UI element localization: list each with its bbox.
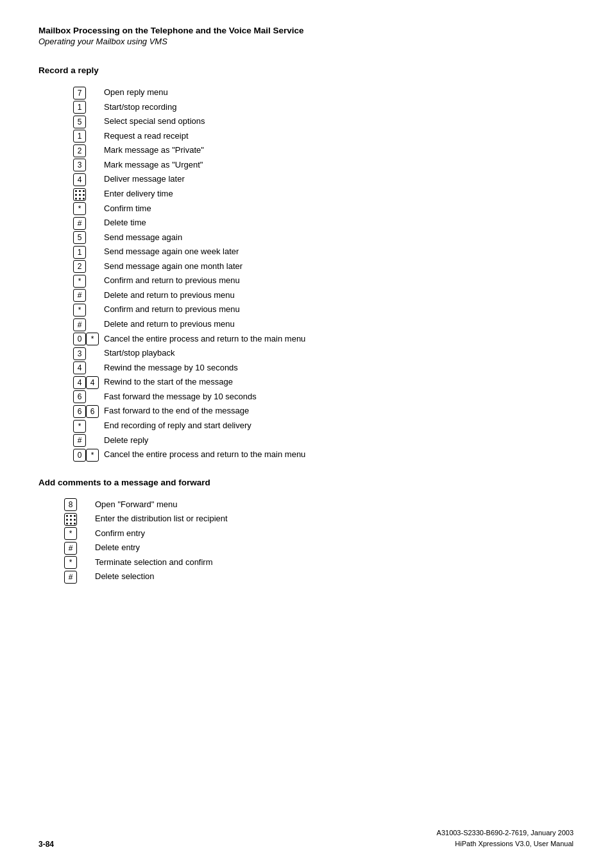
key2-cell [86, 288, 104, 303]
table-row: 8Open "Forward" menu [45, 498, 228, 512]
key-3: 3 [73, 347, 86, 360]
key-2: 2 [73, 144, 86, 157]
key2-cell [86, 302, 104, 317]
key1-cell: 6 [45, 390, 86, 404]
key1-cell: 0 [45, 332, 86, 347]
key-7: 7 [73, 87, 86, 100]
key-6: 6 [86, 405, 99, 418]
key-star: * [73, 304, 86, 317]
key2-cell: * [86, 332, 104, 347]
key-hash: # [73, 318, 86, 331]
key2-cell [86, 245, 104, 259]
desc-cell: Delete time [104, 216, 305, 230]
key1-cell: 5 [45, 230, 86, 245]
doc-ref: A31003-S2330-B690-2-7619, January 2003 [437, 828, 574, 838]
desc-cell: Open "Forward" menu [95, 498, 228, 512]
table-row: 2Send message again one month later [45, 259, 305, 274]
key1-cell: # [45, 216, 86, 230]
key-hash: # [64, 571, 77, 584]
doc-title: HiPath Xpressions V3.0, User Manual [437, 838, 574, 849]
desc-cell: Start/stop recording [104, 100, 305, 115]
key-5: 5 [73, 231, 86, 244]
desc-cell: Confirm time [104, 202, 305, 216]
desc-cell: End recording of reply and start deliver… [104, 419, 305, 433]
table-row: *Confirm and return to previous menu [45, 273, 305, 288]
key1-cell: * [45, 302, 86, 317]
page-number: 3-84 [38, 840, 54, 849]
desc-cell: Deliver message later [104, 172, 305, 187]
desc-cell: Send message again one week later [104, 245, 305, 259]
key1-cell: 6 [45, 404, 86, 419]
table-row: *End recording of reply and start delive… [45, 419, 305, 433]
key2-cell [86, 346, 104, 361]
key1-cell: 5 [45, 114, 86, 129]
desc-cell: Rewind to the start of the message [104, 375, 305, 390]
desc-cell: Delete selection [95, 569, 228, 584]
key2-cell [86, 143, 104, 158]
key1-cell: 4 [45, 172, 86, 187]
key-star: * [73, 202, 86, 215]
table-row: #Delete reply [45, 433, 305, 448]
key2-cell [86, 187, 104, 202]
desc-cell: Send message again one month later [104, 259, 305, 274]
key2-cell: 6 [86, 404, 104, 419]
key1-cell: 0 [45, 447, 86, 462]
key2-cell [86, 433, 104, 448]
key2-cell [86, 390, 104, 404]
desc-cell: Confirm entry [95, 526, 228, 541]
table-row: 3Mark message as "Urgent" [45, 158, 305, 173]
key2-cell: * [86, 447, 104, 462]
table-row: 5Select special send options [45, 114, 305, 129]
desc-cell: Send message again [104, 230, 305, 245]
page-header: Mailbox Processing on the Telephone and … [38, 26, 574, 46]
key2-cell [86, 419, 104, 433]
key2-cell [86, 273, 104, 288]
desc-cell: Mark message as "Urgent" [104, 158, 305, 173]
table-row: 4Deliver message later [45, 172, 305, 187]
key1-cell: 1 [45, 100, 86, 115]
key1-cell: # [45, 433, 86, 448]
desc-cell: Rewind the message by 10 seconds [104, 361, 305, 376]
section-title-record-reply: Record a reply [38, 65, 574, 75]
key2-cell [86, 129, 104, 144]
desc-cell: Enter delivery time [104, 187, 305, 202]
key1-cell: * [45, 273, 86, 288]
table-row: 7Open reply menu [45, 85, 305, 100]
desc-cell: Fast forward the message by 10 seconds [104, 390, 305, 404]
key-star: * [64, 556, 77, 569]
key-5: 5 [73, 116, 86, 128]
key2-cell [77, 526, 95, 541]
desc-cell: Delete reply [104, 433, 305, 448]
table-row: #Delete and return to previous menu [45, 288, 305, 303]
key2-cell [86, 230, 104, 245]
key1-cell: # [45, 317, 86, 332]
key1-cell: 2 [45, 259, 86, 274]
key-8: 8 [64, 498, 77, 511]
section-title-add-comments: Add comments to a message and forward [38, 478, 574, 487]
key-4: 4 [73, 376, 86, 389]
table-row: 0*Cancel the entire process and return t… [45, 447, 305, 462]
table-row: 6Fast forward the message by 10 seconds [45, 390, 305, 404]
desc-cell: Mark message as "Private" [104, 143, 305, 158]
key-hash: # [64, 542, 77, 555]
key-0: 0 [73, 333, 86, 345]
key1-cell: 4 [45, 375, 86, 390]
desc-cell: Open reply menu [104, 85, 305, 100]
key2-cell [86, 361, 104, 376]
key2-cell [86, 202, 104, 216]
desc-cell: Select special send options [104, 114, 305, 129]
table-row: 0*Cancel the entire process and return t… [45, 332, 305, 347]
key1-cell: # [45, 288, 86, 303]
table-row: #Delete time [45, 216, 305, 230]
key-hash: # [73, 289, 86, 302]
key1-cell: 8 [45, 498, 77, 512]
key-hash: # [73, 434, 86, 447]
key-star: * [73, 275, 86, 288]
table-row: #Delete entry [45, 541, 228, 555]
table-row: *Confirm time [45, 202, 305, 216]
desc-cell: Delete entry [95, 541, 228, 555]
key2-cell [77, 569, 95, 584]
keypad-grid-icon [64, 513, 77, 526]
desc-cell: Cancel the entire process and return to … [104, 332, 305, 347]
key1-cell: * [45, 555, 77, 570]
